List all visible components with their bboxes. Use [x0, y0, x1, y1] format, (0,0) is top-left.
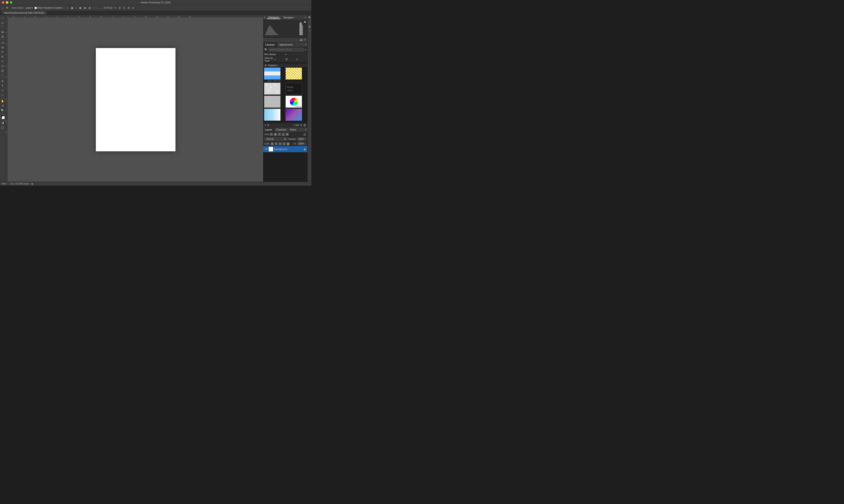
filter-pixel-icon[interactable]: □ [270, 133, 273, 136]
graphic-thumb-6[interactable] [264, 109, 281, 121]
align-hcenter-btn[interactable]: ▧ [83, 6, 87, 10]
3d-tool3-btn[interactable]: ⊙ [122, 6, 126, 10]
layer-visibility-toggle[interactable]: 👁 [265, 148, 268, 151]
type-tool[interactable]: T [0, 84, 5, 88]
crop-tool[interactable]: ⊡ [0, 35, 5, 39]
quick-mask-tool[interactable]: ◑ [0, 121, 5, 125]
lock-artboard-icon[interactable]: ☐ [283, 142, 286, 145]
blend-mode-select[interactable]: Normal [265, 137, 287, 141]
color-swatches[interactable] [1, 115, 5, 119]
3d-tool2-btn[interactable]: ⊕ [118, 6, 122, 10]
quick-select-tool[interactable]: ⊛ [0, 30, 5, 34]
graphic-item-2[interactable] [264, 83, 285, 95]
3d-tool4-btn[interactable]: ⊗ [127, 6, 130, 10]
distribute-btn[interactable]: ⋮ [94, 6, 98, 10]
show-transform-checkbox[interactable] [35, 7, 37, 9]
share-strip-icon[interactable]: ↗ [308, 29, 311, 32]
tab-channels[interactable]: Channels [274, 128, 288, 132]
graphic-item-0[interactable]: Vector Smart Ob... [264, 68, 285, 82]
minimize-button[interactable] [6, 1, 8, 4]
histogram-menu-icon[interactable]: ≡ [305, 16, 306, 19]
opacity-input[interactable] [297, 138, 306, 141]
layers-menu-icon[interactable]: ≡ [304, 128, 307, 132]
align-right-btn[interactable]: ▨ [88, 6, 91, 10]
filter-type-icon[interactable]: T [278, 133, 281, 136]
align-bottom-btn[interactable]: ▪ [75, 6, 77, 10]
screen-mode-tool[interactable]: ▢ [0, 125, 5, 130]
layout-strip-icon[interactable]: ▧ [308, 25, 311, 28]
status-arrow-icon[interactable]: ▶ [32, 182, 33, 185]
graphic-item-5[interactable]: Overdue. [285, 95, 306, 108]
align-left-btn[interactable]: ▦ [78, 6, 82, 10]
graphic-thumb-0[interactable] [264, 68, 281, 80]
home-button[interactable]: ⌂ [1, 6, 4, 10]
layer-dropdown-btn[interactable]: Layer ▾ [25, 6, 34, 10]
3d-tool1-btn[interactable]: ↻ [113, 6, 117, 10]
tab-libraries[interactable]: Libraries [263, 42, 277, 47]
eraser-tool[interactable]: ◻ [0, 64, 5, 68]
background-color[interactable] [2, 116, 5, 119]
layer-item-background[interactable]: 👁 Background 🔒 [263, 146, 307, 152]
brush-tool[interactable]: ✏ [0, 50, 5, 54]
clone-stamp-tool[interactable]: ⎘ [0, 54, 5, 59]
search-strip-icon[interactable]: 🔍 [308, 16, 311, 19]
lock-all-icon[interactable]: 🔒 [287, 142, 290, 145]
filter-adjust-icon[interactable]: ◑ [274, 133, 277, 136]
graphics-collapse-arrow[interactable]: ▼ [265, 64, 267, 67]
lib-eye-icon[interactable]: 👁 [300, 124, 303, 127]
align-vcenter-btn[interactable]: ▣ [70, 6, 74, 10]
spot-heal-tool[interactable]: ◎ [0, 45, 5, 50]
history-icon[interactable]: ⏱ [303, 38, 307, 42]
graphic-item-7[interactable] [285, 109, 306, 121]
pen-tool[interactable]: ✒ [0, 79, 5, 84]
lib-trash-icon[interactable]: 🗑 [303, 124, 306, 127]
graphic-thumb-1[interactable] [285, 68, 302, 80]
screen-strip-icon[interactable]: ⬚ [308, 20, 311, 23]
graphic-thumb-5[interactable]: Overdue. [285, 95, 302, 108]
graphic-thumb-4[interactable] [264, 95, 281, 108]
eyedropper-tool[interactable]: 𝒫 [0, 40, 5, 45]
add-library-icon[interactable]: + [265, 124, 266, 127]
library-search-input[interactable] [268, 48, 304, 52]
move-tool-btn[interactable]: ✥ [5, 6, 9, 10]
graphic-item-3[interactable]: Photo effect [285, 83, 306, 95]
grid-view-icon[interactable]: ⊞ [285, 58, 295, 61]
graphic-thumb-7[interactable] [285, 109, 302, 121]
fill-input[interactable] [297, 142, 306, 145]
close-button[interactable] [2, 1, 4, 4]
graphic-item-6[interactable] [264, 109, 285, 121]
more-btn[interactable]: ... [99, 6, 103, 10]
filter-shape-icon[interactable]: △ [282, 133, 285, 136]
histogram-collapse-arrow[interactable]: ▸ [265, 16, 266, 19]
graphic-thumb-2[interactable] [264, 83, 281, 95]
rotate-view-tool[interactable]: ↺ [0, 104, 5, 108]
zoom-tool[interactable]: 🔍 [0, 108, 5, 113]
history-brush-tool[interactable]: ↩ [0, 59, 5, 64]
tab-paths[interactable]: Paths [288, 128, 298, 132]
lock-position-icon[interactable]: ✛ [279, 142, 282, 145]
library-upload-icon[interactable]: ⬆ [267, 124, 269, 127]
graphic-item-4[interactable] [264, 95, 285, 108]
tab-adjustments[interactable]: Adjustments [277, 42, 295, 47]
hand-tool[interactable]: ✋ [0, 99, 5, 103]
tab-layers[interactable]: Layers [263, 128, 274, 132]
shape-tool[interactable]: □ [0, 93, 5, 97]
view-by-type-label[interactable]: View by Type [265, 57, 274, 62]
library-selector-row[interactable]: My Library ▾ [263, 52, 307, 56]
graphic-item-1[interactable] [285, 68, 306, 82]
filter-smart-icon[interactable]: ⚙ [286, 133, 289, 136]
list-view-icon[interactable]: ≡ [296, 58, 306, 61]
path-select-tool[interactable]: ↖ [0, 88, 5, 93]
rectangular-marquee-tool[interactable]: ▭ [0, 21, 5, 25]
gradient-tool[interactable]: ◫ [0, 68, 5, 73]
view-by-type-chevron[interactable]: ▾ [274, 58, 284, 60]
selection-tool[interactable]: ⬚ [0, 16, 5, 20]
document-tab[interactable]: NameYourDocument @ 50% (CMYK/16) [2, 11, 47, 15]
graphic-thumb-3[interactable]: Photo effect [285, 83, 302, 95]
filter-toggle-icon[interactable]: ◎ [303, 132, 306, 136]
lock-image-icon[interactable]: ✏ [275, 142, 278, 145]
maximize-button[interactable] [10, 1, 12, 4]
lock-transparent-icon[interactable]: ⊞ [271, 142, 274, 145]
align-top-btn[interactable]: ⬛ [65, 6, 69, 10]
search-dropdown-icon[interactable]: ▾ [305, 49, 306, 51]
